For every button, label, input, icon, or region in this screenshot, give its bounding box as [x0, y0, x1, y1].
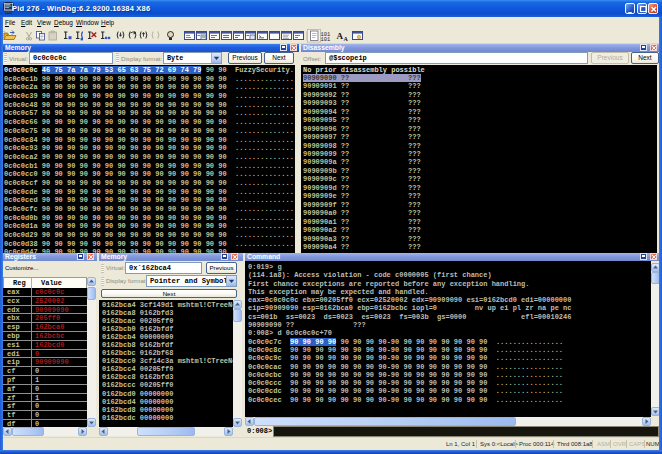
svg-text:A: A: [337, 31, 344, 41]
svg-text:101: 101: [321, 37, 331, 43]
svg-text:A: A: [344, 36, 349, 42]
